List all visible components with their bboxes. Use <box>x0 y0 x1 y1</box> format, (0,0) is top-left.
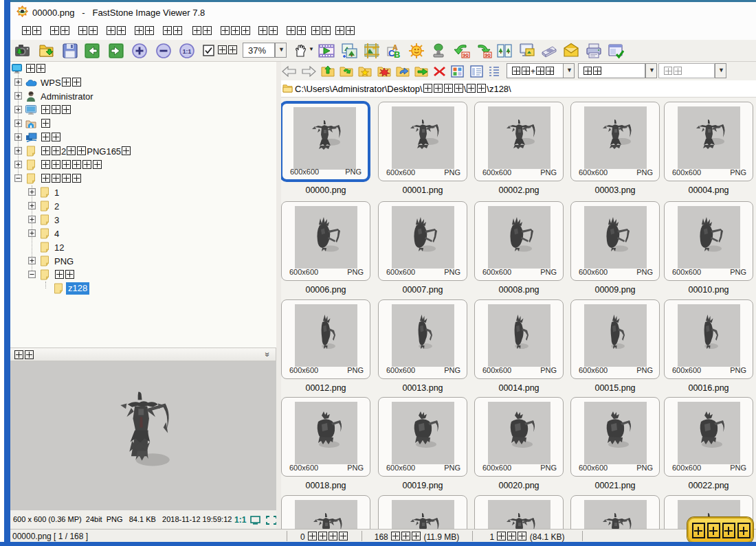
svg-text:1:1: 1:1 <box>183 48 192 55</box>
svg-text:A: A <box>392 43 398 52</box>
svg-text:90: 90 <box>463 52 468 58</box>
svg-text:90: 90 <box>485 52 490 58</box>
